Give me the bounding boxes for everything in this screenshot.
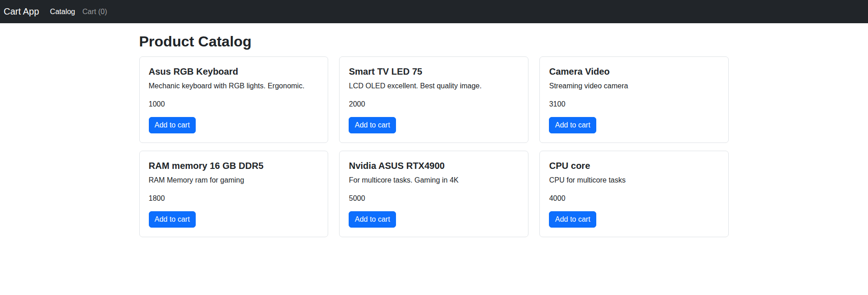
add-to-cart-button[interactable]: Add to cart	[349, 117, 396, 133]
product-description: RAM Memory ram for gaming	[149, 175, 319, 186]
product-card: Nvidia ASUS RTX4900 For multicore tasks.…	[339, 151, 528, 237]
navbar-brand[interactable]: Cart App	[4, 6, 39, 17]
product-card: Asus RGB Keyboard Mechanic keyboard with…	[139, 56, 329, 143]
product-card: Camera Video Streaming video camera 3100…	[539, 56, 729, 143]
product-grid: Asus RGB Keyboard Mechanic keyboard with…	[134, 56, 735, 245]
product-column: CPU core CPU for multicore tasks 4000 Ad…	[534, 151, 734, 237]
product-description: For multicore tasks. Gaming in 4K	[349, 175, 519, 186]
product-description: LCD OLED excellent. Best quality image.	[349, 81, 519, 92]
product-description: Streaming video camera	[549, 81, 719, 92]
navbar: Cart App Catalog Cart (0)	[0, 0, 868, 23]
main-content: Product Catalog Asus RGB Keyboard Mechan…	[134, 33, 735, 245]
product-price: 4000	[549, 193, 719, 204]
add-to-cart-button[interactable]: Add to cart	[549, 211, 596, 228]
add-to-cart-button[interactable]: Add to cart	[549, 117, 596, 133]
product-price: 5000	[349, 193, 519, 204]
product-name: Camera Video	[549, 66, 719, 77]
product-price: 1000	[149, 99, 319, 110]
product-column: Nvidia ASUS RTX4900 For multicore tasks.…	[334, 151, 534, 237]
product-column: Smart TV LED 75 LCD OLED excellent. Best…	[334, 56, 534, 143]
product-card: RAM memory 16 GB DDR5 RAM Memory ram for…	[139, 151, 329, 237]
product-column: Asus RGB Keyboard Mechanic keyboard with…	[134, 56, 334, 143]
product-name: Smart TV LED 75	[349, 66, 519, 77]
add-to-cart-button[interactable]: Add to cart	[349, 211, 396, 228]
product-description: CPU for multicore tasks	[549, 175, 719, 186]
product-price: 2000	[349, 99, 519, 110]
add-to-cart-button[interactable]: Add to cart	[149, 117, 196, 133]
product-description: Mechanic keyboard with RGB lights. Ergon…	[149, 81, 319, 92]
page-title: Product Catalog	[139, 33, 729, 50]
add-to-cart-button[interactable]: Add to cart	[149, 211, 196, 228]
product-card: CPU core CPU for multicore tasks 4000 Ad…	[539, 151, 729, 237]
product-price: 1800	[149, 193, 319, 204]
product-name: Nvidia ASUS RTX4900	[349, 160, 519, 171]
nav-link-cart[interactable]: Cart (0)	[79, 4, 111, 20]
product-name: Asus RGB Keyboard	[149, 66, 319, 77]
nav-link-catalog[interactable]: Catalog	[46, 4, 79, 20]
product-price: 3100	[549, 99, 719, 110]
product-name: CPU core	[549, 160, 719, 171]
product-column: Camera Video Streaming video camera 3100…	[534, 56, 734, 143]
product-card: Smart TV LED 75 LCD OLED excellent. Best…	[339, 56, 528, 143]
product-column: RAM memory 16 GB DDR5 RAM Memory ram for…	[134, 151, 334, 237]
product-name: RAM memory 16 GB DDR5	[149, 160, 319, 171]
